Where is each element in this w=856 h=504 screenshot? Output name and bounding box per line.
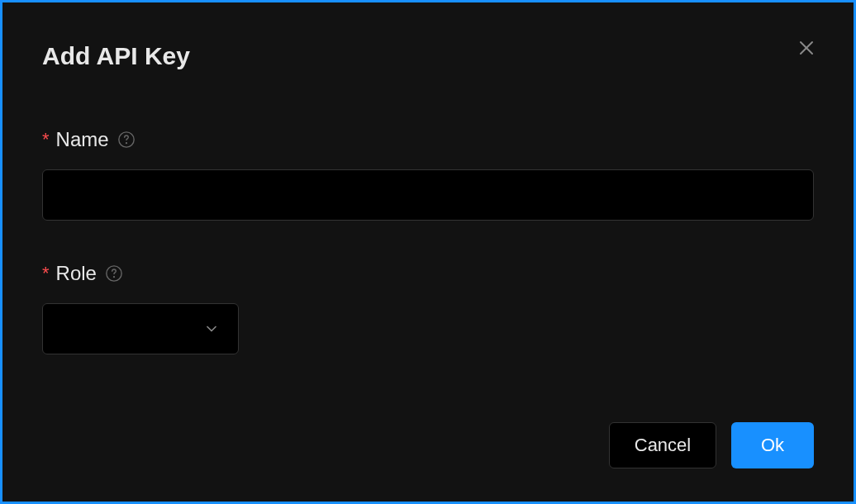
name-field-group: * Name <box>42 128 814 221</box>
chevron-down-icon <box>203 321 220 337</box>
role-label: Role <box>56 262 97 285</box>
name-input[interactable] <box>42 169 814 221</box>
modal-footer: Cancel Ok <box>609 422 814 468</box>
required-mark: * <box>42 131 50 149</box>
help-icon[interactable] <box>105 264 123 283</box>
required-mark: * <box>42 264 50 283</box>
role-field-group: * Role <box>42 262 814 354</box>
role-label-row: * Role <box>42 262 814 285</box>
svg-point-3 <box>126 143 126 144</box>
name-label: Name <box>56 128 109 151</box>
modal-title: Add API Key <box>42 42 814 70</box>
close-icon <box>797 38 816 61</box>
help-icon[interactable] <box>117 131 136 149</box>
svg-point-5 <box>113 277 114 278</box>
cancel-button[interactable]: Cancel <box>609 422 716 468</box>
close-button[interactable] <box>794 37 819 62</box>
role-select[interactable] <box>42 303 239 354</box>
add-api-key-modal: Add API Key * Name * Role <box>0 0 856 504</box>
name-label-row: * Name <box>42 128 814 151</box>
ok-button[interactable]: Ok <box>731 422 814 468</box>
